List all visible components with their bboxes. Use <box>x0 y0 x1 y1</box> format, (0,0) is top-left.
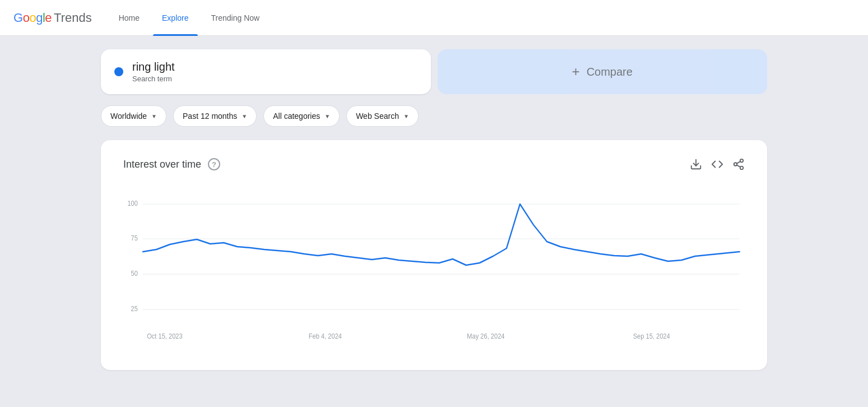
filter-search-type-arrow: ▼ <box>403 113 409 119</box>
embed-button[interactable] <box>711 158 723 170</box>
logo: Google Trends <box>13 11 92 25</box>
nav-explore[interactable]: Explore <box>153 0 197 36</box>
filter-category-arrow: ▼ <box>324 113 330 119</box>
nav-trending-now[interactable]: Trending Now <box>202 0 269 36</box>
filter-time-label: Past 12 months <box>183 112 237 121</box>
compare-label: Compare <box>587 66 633 78</box>
search-area: ring light Search term + Compare <box>101 49 767 94</box>
compare-plus-icon: + <box>572 64 580 80</box>
filter-search-type-label: Web Search <box>356 112 399 121</box>
main-content: ring light Search term + Compare Worldwi… <box>0 36 868 383</box>
svg-line-5 <box>737 161 740 164</box>
nav-home[interactable]: Home <box>110 0 148 36</box>
filter-region-arrow: ▼ <box>151 113 157 119</box>
chart-title: Interest over time <box>123 159 201 170</box>
chart-actions <box>690 158 745 170</box>
help-icon[interactable]: ? <box>208 158 220 170</box>
search-term-name: ring light <box>132 61 175 73</box>
logo-trends-text: Trends <box>54 11 92 25</box>
compare-box[interactable]: + Compare <box>438 49 768 94</box>
search-term-box: ring light Search term <box>101 49 431 94</box>
search-term-type: Search term <box>132 75 175 83</box>
svg-text:May 26, 2024: May 26, 2024 <box>467 333 505 340</box>
filters-bar: Worldwide ▼ Past 12 months ▼ All categor… <box>101 105 767 127</box>
search-term-content: ring light Search term <box>132 61 175 83</box>
filter-region-label: Worldwide <box>110 112 147 121</box>
filter-region[interactable]: Worldwide ▼ <box>101 105 166 127</box>
svg-text:Feb 4, 2024: Feb 4, 2024 <box>309 333 342 340</box>
filter-time-arrow: ▼ <box>242 113 247 119</box>
trend-line <box>143 204 740 265</box>
filter-category-label: All categories <box>273 112 320 121</box>
svg-text:Oct 15, 2023: Oct 15, 2023 <box>147 333 182 340</box>
filter-search-type[interactable]: Web Search ▼ <box>346 105 419 127</box>
share-button[interactable] <box>732 158 745 170</box>
chart-title-area: Interest over time ? <box>123 158 220 170</box>
chart-container: 100 75 50 25 Oct 15, 2023 Feb 4, 2024 Ma… <box>123 188 745 348</box>
filter-time[interactable]: Past 12 months ▼ <box>173 105 257 127</box>
filter-category[interactable]: All categories ▼ <box>263 105 340 127</box>
svg-text:75: 75 <box>131 235 138 242</box>
search-dot <box>114 67 123 76</box>
svg-line-4 <box>737 165 740 167</box>
line-chart: 100 75 50 25 Oct 15, 2023 Feb 4, 2024 Ma… <box>123 188 745 345</box>
svg-text:100: 100 <box>127 200 137 207</box>
svg-text:50: 50 <box>131 270 138 277</box>
svg-text:Sep 15, 2024: Sep 15, 2024 <box>633 333 670 340</box>
chart-header: Interest over time ? <box>123 158 745 170</box>
download-button[interactable] <box>690 158 702 170</box>
main-nav: Home Explore Trending Now <box>110 0 268 36</box>
chart-section: Interest over time ? <box>101 140 767 370</box>
svg-text:25: 25 <box>131 306 138 312</box>
logo-google-text: Google <box>13 11 52 25</box>
header: Google Trends Home Explore Trending Now <box>0 0 868 36</box>
